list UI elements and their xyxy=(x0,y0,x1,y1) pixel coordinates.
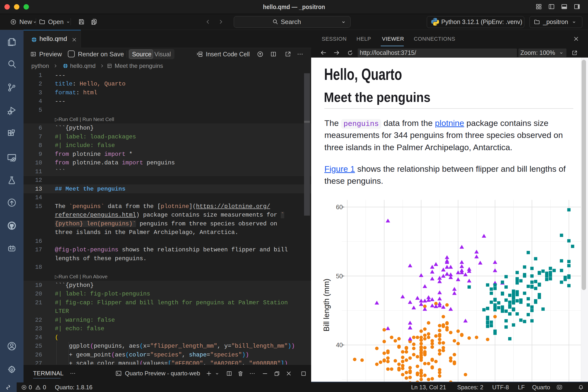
svg-text:50: 50 xyxy=(336,273,343,280)
svg-text:40: 40 xyxy=(336,342,343,348)
svg-text:60: 60 xyxy=(336,204,343,210)
svg-text:Bill length (mm): Bill length (mm) xyxy=(322,278,331,331)
